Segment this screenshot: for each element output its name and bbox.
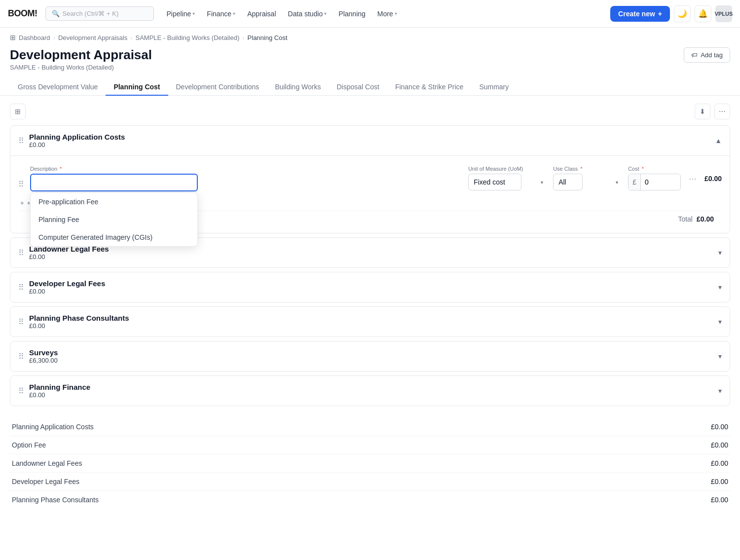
- uom-select-wrapper: Fixed cost ▾: [468, 174, 547, 190]
- summary-row-0: Planning Application Costs £0.00: [10, 418, 730, 436]
- drag-handle-icon: ⠿: [18, 386, 24, 396]
- section-amount: £0.00: [29, 288, 713, 295]
- section-planning-finance-header[interactable]: ⠿ Planning Finance £0.00 ▾: [10, 376, 730, 406]
- section-surveys-header[interactable]: ⠿ Surveys £6,300.00 ▾: [10, 341, 730, 371]
- summary-label: Option Fee: [12, 441, 46, 449]
- summary-value: £0.00: [711, 441, 728, 449]
- page-header: Development Appraisal SAMPLE - Building …: [0, 41, 740, 71]
- row-amount: £0.00: [704, 175, 722, 183]
- grid-view-button[interactable]: ⊞: [10, 104, 26, 119]
- nav-pipeline[interactable]: Pipeline ▾: [162, 7, 200, 21]
- breadcrumb-development-appraisals[interactable]: Development Appraisals: [58, 34, 127, 41]
- summary-row-4: Planning Phase Consultants £0.00: [10, 491, 730, 509]
- cost-input[interactable]: [641, 174, 680, 190]
- section-surveys: ⠿ Surveys £6,300.00 ▾: [10, 341, 730, 372]
- logo: BOOM!: [8, 8, 37, 19]
- tab-gross-development-value[interactable]: Gross Development Value: [10, 79, 106, 96]
- breadcrumb: ⊞ Dashboard › Development Appraisals › S…: [0, 28, 740, 41]
- uom-select[interactable]: Fixed cost: [468, 174, 521, 190]
- cost-label: Cost *: [628, 166, 681, 172]
- tab-finance-strike-price[interactable]: Finance & Strike Price: [387, 79, 472, 96]
- tag-icon: 🏷: [691, 51, 698, 59]
- dark-mode-button[interactable]: 🌙: [674, 5, 691, 22]
- tab-summary[interactable]: Summary: [471, 79, 517, 96]
- content-area: ⊞ ⬇ ⋯ ⠿ Planning Application Costs £0.00…: [0, 96, 740, 517]
- section-amount: £0.00: [29, 253, 713, 261]
- row-more-options-icon[interactable]: ⋯: [687, 172, 699, 186]
- section-title: Planning Application Costs: [29, 133, 710, 141]
- summary-value: £0.00: [711, 478, 728, 485]
- tab-development-contributions[interactable]: Development Contributions: [168, 79, 267, 96]
- chevron-down-icon: ▾: [718, 249, 722, 257]
- dropdown-item-planning-fee[interactable]: Planning Fee: [31, 211, 197, 228]
- grid-icon: ⊞: [15, 108, 21, 115]
- nav-right: Create new + 🌙 🔔 VPLUS: [610, 5, 732, 22]
- section-planning-application-costs-body: ⠿ Description * Pre-application Fee Plan…: [10, 156, 730, 233]
- total-value: £0.00: [697, 215, 714, 223]
- nav-data-studio[interactable]: Data studio ▾: [283, 7, 332, 21]
- nav-more[interactable]: More ▾: [372, 7, 402, 21]
- nav-finance[interactable]: Finance ▾: [202, 7, 240, 21]
- chevron-down-icon: ▾: [233, 11, 235, 16]
- section-planning-phase-consultants-header[interactable]: ⠿ Planning Phase Consultants £0.00 ▾: [10, 307, 730, 336]
- uom-label: Unit of Measure (UoM): [468, 166, 547, 172]
- section-developer-legal-fees: ⠿ Developer Legal Fees £0.00 ▾: [10, 272, 730, 302]
- summary-row-1: Option Fee £0.00: [10, 436, 730, 454]
- section-planning-phase-consultants: ⠿ Planning Phase Consultants £0.00 ▾: [10, 306, 730, 337]
- section-title-group: Planning Application Costs £0.00: [29, 133, 710, 149]
- row-actions: ⋯: [687, 172, 699, 186]
- bell-icon: 🔔: [698, 9, 708, 18]
- summary-value: £0.00: [711, 459, 728, 467]
- cost-field: Cost * £: [628, 166, 681, 190]
- dropdown-item-cgi[interactable]: Computer Generated Imagery (CGIs): [31, 228, 197, 246]
- use-class-field: Use Class * All ▾: [553, 166, 622, 190]
- more-options-button[interactable]: ⋯: [714, 104, 730, 119]
- section-planning-application-costs-header[interactable]: ⠿ Planning Application Costs £0.00 ▲: [10, 126, 730, 156]
- search-icon: 🔍: [52, 10, 60, 17]
- nav-planning[interactable]: Planning: [333, 7, 370, 21]
- nav-appraisal[interactable]: Appraisal: [242, 7, 281, 21]
- tab-building-works[interactable]: Building Works: [267, 79, 329, 96]
- navbar: BOOM! 🔍 Search (Ctrl/⌘ + K) Pipeline ▾ F…: [0, 0, 740, 28]
- description-input[interactable]: [30, 174, 198, 191]
- summary-label: Landowner Legal Fees: [12, 459, 82, 467]
- form-row: ⠿ Description * Pre-application Fee Plan…: [18, 162, 722, 195]
- dropdown-item-pre-application-fee[interactable]: Pre-application Fee: [31, 193, 197, 211]
- moon-icon: 🌙: [677, 9, 687, 18]
- page-title-group: Development Appraisal SAMPLE - Building …: [10, 47, 152, 71]
- chevron-up-icon: ▲: [715, 137, 722, 145]
- breadcrumb-sample-building-works[interactable]: SAMPLE - Building Works (Detailed): [136, 34, 240, 41]
- tab-planning-cost[interactable]: Planning Cost: [106, 79, 168, 96]
- cost-input-wrapper: £: [628, 174, 681, 190]
- description-dropdown: Pre-application Fee Planning Fee Compute…: [30, 192, 198, 247]
- chevron-down-icon: ▾: [192, 11, 195, 16]
- avatar[interactable]: VPLUS: [715, 5, 732, 22]
- chevron-down-icon: ▾: [718, 352, 722, 360]
- section-planning-finance: ⠿ Planning Finance £0.00 ▾: [10, 375, 730, 406]
- section-amount: £6,300.00: [29, 357, 713, 364]
- search-box[interactable]: 🔍 Search (Ctrl/⌘ + K): [45, 6, 154, 21]
- download-button[interactable]: ⬇: [695, 104, 710, 119]
- breadcrumb-dashboard[interactable]: Dashboard: [19, 34, 50, 41]
- use-class-select[interactable]: All: [553, 174, 583, 190]
- chevron-down-icon: ▾: [324, 11, 327, 16]
- section-title: Planning Phase Consultants: [29, 314, 713, 322]
- create-new-button[interactable]: Create new +: [610, 6, 670, 22]
- chevron-down-icon: ▾: [718, 283, 722, 291]
- notifications-button[interactable]: 🔔: [695, 5, 711, 22]
- section-amount: £0.00: [29, 141, 710, 149]
- section-title: Surveys: [29, 348, 713, 357]
- use-class-label: Use Class *: [553, 166, 622, 172]
- tabs: Gross Development Value Planning Cost De…: [0, 71, 740, 96]
- section-developer-legal-fees-header[interactable]: ⠿ Developer Legal Fees £0.00 ▾: [10, 272, 730, 302]
- plus-icon: +: [20, 199, 24, 207]
- add-tag-button[interactable]: 🏷 Add tag: [684, 47, 730, 63]
- summary-row-2: Landowner Legal Fees £0.00: [10, 454, 730, 473]
- cost-prefix: £: [629, 174, 641, 190]
- summary-label: Planning Application Costs: [12, 423, 94, 431]
- summary-label: Planning Phase Consultants: [12, 496, 99, 504]
- summary-value: £0.00: [711, 423, 728, 431]
- chevron-down-icon: ▾: [395, 11, 397, 16]
- tab-disposal-cost[interactable]: Disposal Cost: [329, 79, 387, 96]
- content-toolbar: ⊞ ⬇ ⋯: [10, 104, 730, 119]
